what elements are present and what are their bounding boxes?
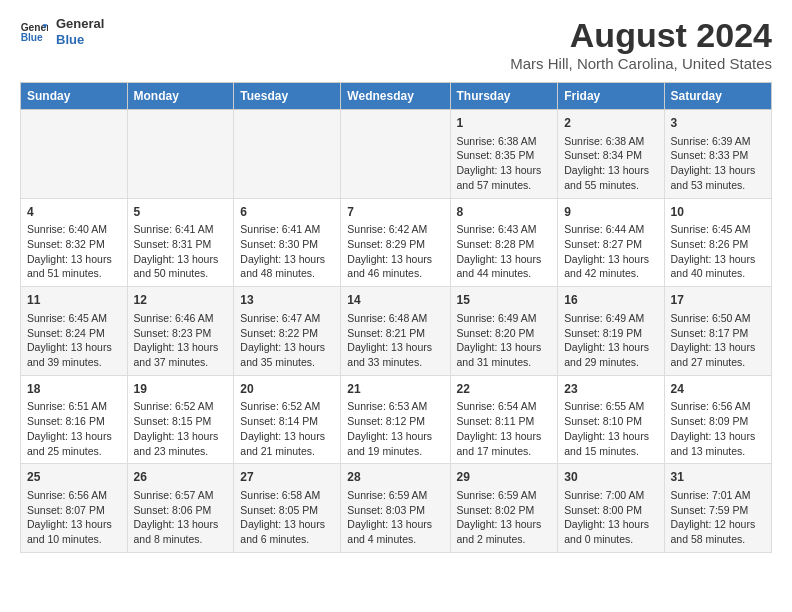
day-number: 12 (134, 292, 228, 309)
day-content: Sunrise: 6:43 AMSunset: 8:28 PMDaylight:… (457, 222, 552, 281)
day-number: 30 (564, 469, 657, 486)
day-content: Sunrise: 6:40 AMSunset: 8:32 PMDaylight:… (27, 222, 121, 281)
calendar-cell: 19Sunrise: 6:52 AMSunset: 8:15 PMDayligh… (127, 375, 234, 464)
calendar-cell: 6Sunrise: 6:41 AMSunset: 8:30 PMDaylight… (234, 198, 341, 287)
calendar-body: 1Sunrise: 6:38 AMSunset: 8:35 PMDaylight… (21, 110, 772, 553)
day-number: 28 (347, 469, 443, 486)
weekday-header-thursday: Thursday (450, 83, 558, 110)
calendar-cell: 11Sunrise: 6:45 AMSunset: 8:24 PMDayligh… (21, 287, 128, 376)
day-content: Sunrise: 6:46 AMSunset: 8:23 PMDaylight:… (134, 311, 228, 370)
day-content: Sunrise: 6:45 AMSunset: 8:26 PMDaylight:… (671, 222, 765, 281)
day-number: 24 (671, 381, 765, 398)
calendar-cell (341, 110, 450, 199)
weekday-header-saturday: Saturday (664, 83, 771, 110)
day-number: 19 (134, 381, 228, 398)
calendar-week-1: 1Sunrise: 6:38 AMSunset: 8:35 PMDaylight… (21, 110, 772, 199)
day-number: 10 (671, 204, 765, 221)
calendar-cell: 5Sunrise: 6:41 AMSunset: 8:31 PMDaylight… (127, 198, 234, 287)
calendar-cell: 16Sunrise: 6:49 AMSunset: 8:19 PMDayligh… (558, 287, 664, 376)
calendar-cell: 17Sunrise: 6:50 AMSunset: 8:17 PMDayligh… (664, 287, 771, 376)
day-content: Sunrise: 6:42 AMSunset: 8:29 PMDaylight:… (347, 222, 443, 281)
day-content: Sunrise: 6:39 AMSunset: 8:33 PMDaylight:… (671, 134, 765, 193)
calendar-cell: 9Sunrise: 6:44 AMSunset: 8:27 PMDaylight… (558, 198, 664, 287)
day-number: 13 (240, 292, 334, 309)
calendar-cell: 31Sunrise: 7:01 AMSunset: 7:59 PMDayligh… (664, 464, 771, 553)
calendar-cell: 3Sunrise: 6:39 AMSunset: 8:33 PMDaylight… (664, 110, 771, 199)
day-content: Sunrise: 6:57 AMSunset: 8:06 PMDaylight:… (134, 488, 228, 547)
calendar-cell: 30Sunrise: 7:00 AMSunset: 8:00 PMDayligh… (558, 464, 664, 553)
day-number: 21 (347, 381, 443, 398)
day-content: Sunrise: 6:38 AMSunset: 8:34 PMDaylight:… (564, 134, 657, 193)
calendar-header: SundayMondayTuesdayWednesdayThursdayFrid… (21, 83, 772, 110)
calendar-cell: 10Sunrise: 6:45 AMSunset: 8:26 PMDayligh… (664, 198, 771, 287)
day-content: Sunrise: 6:59 AMSunset: 8:02 PMDaylight:… (457, 488, 552, 547)
calendar-cell: 20Sunrise: 6:52 AMSunset: 8:14 PMDayligh… (234, 375, 341, 464)
calendar-cell: 12Sunrise: 6:46 AMSunset: 8:23 PMDayligh… (127, 287, 234, 376)
calendar-table: SundayMondayTuesdayWednesdayThursdayFrid… (20, 82, 772, 553)
calendar-cell: 24Sunrise: 6:56 AMSunset: 8:09 PMDayligh… (664, 375, 771, 464)
calendar-week-5: 25Sunrise: 6:56 AMSunset: 8:07 PMDayligh… (21, 464, 772, 553)
calendar-cell: 27Sunrise: 6:58 AMSunset: 8:05 PMDayligh… (234, 464, 341, 553)
calendar-cell: 23Sunrise: 6:55 AMSunset: 8:10 PMDayligh… (558, 375, 664, 464)
day-content: Sunrise: 6:58 AMSunset: 8:05 PMDaylight:… (240, 488, 334, 547)
calendar-cell: 26Sunrise: 6:57 AMSunset: 8:06 PMDayligh… (127, 464, 234, 553)
day-content: Sunrise: 6:38 AMSunset: 8:35 PMDaylight:… (457, 134, 552, 193)
calendar-cell: 7Sunrise: 6:42 AMSunset: 8:29 PMDaylight… (341, 198, 450, 287)
calendar-cell (234, 110, 341, 199)
logo: General Blue General Blue (20, 16, 104, 47)
day-content: Sunrise: 6:45 AMSunset: 8:24 PMDaylight:… (27, 311, 121, 370)
calendar-cell (127, 110, 234, 199)
day-content: Sunrise: 7:00 AMSunset: 8:00 PMDaylight:… (564, 488, 657, 547)
day-number: 25 (27, 469, 121, 486)
day-content: Sunrise: 6:54 AMSunset: 8:11 PMDaylight:… (457, 399, 552, 458)
day-number: 26 (134, 469, 228, 486)
day-content: Sunrise: 6:59 AMSunset: 8:03 PMDaylight:… (347, 488, 443, 547)
weekday-row: SundayMondayTuesdayWednesdayThursdayFrid… (21, 83, 772, 110)
calendar-cell: 25Sunrise: 6:56 AMSunset: 8:07 PMDayligh… (21, 464, 128, 553)
calendar-cell: 8Sunrise: 6:43 AMSunset: 8:28 PMDaylight… (450, 198, 558, 287)
day-number: 4 (27, 204, 121, 221)
weekday-header-tuesday: Tuesday (234, 83, 341, 110)
calendar-cell: 28Sunrise: 6:59 AMSunset: 8:03 PMDayligh… (341, 464, 450, 553)
weekday-header-friday: Friday (558, 83, 664, 110)
calendar-week-4: 18Sunrise: 6:51 AMSunset: 8:16 PMDayligh… (21, 375, 772, 464)
calendar-cell: 1Sunrise: 6:38 AMSunset: 8:35 PMDaylight… (450, 110, 558, 199)
day-content: Sunrise: 6:56 AMSunset: 8:07 PMDaylight:… (27, 488, 121, 547)
svg-text:Blue: Blue (21, 32, 43, 43)
day-number: 1 (457, 115, 552, 132)
day-content: Sunrise: 6:47 AMSunset: 8:22 PMDaylight:… (240, 311, 334, 370)
day-content: Sunrise: 7:01 AMSunset: 7:59 PMDaylight:… (671, 488, 765, 547)
day-number: 18 (27, 381, 121, 398)
calendar-cell: 2Sunrise: 6:38 AMSunset: 8:34 PMDaylight… (558, 110, 664, 199)
day-number: 2 (564, 115, 657, 132)
day-content: Sunrise: 6:55 AMSunset: 8:10 PMDaylight:… (564, 399, 657, 458)
day-number: 11 (27, 292, 121, 309)
day-number: 31 (671, 469, 765, 486)
day-number: 29 (457, 469, 552, 486)
page-title: August 2024 (510, 16, 772, 55)
day-content: Sunrise: 6:49 AMSunset: 8:19 PMDaylight:… (564, 311, 657, 370)
day-content: Sunrise: 6:52 AMSunset: 8:14 PMDaylight:… (240, 399, 334, 458)
logo-icon: General Blue (20, 21, 48, 43)
day-number: 23 (564, 381, 657, 398)
day-number: 20 (240, 381, 334, 398)
day-number: 14 (347, 292, 443, 309)
calendar-cell: 13Sunrise: 6:47 AMSunset: 8:22 PMDayligh… (234, 287, 341, 376)
day-number: 5 (134, 204, 228, 221)
day-content: Sunrise: 6:56 AMSunset: 8:09 PMDaylight:… (671, 399, 765, 458)
logo-blue: Blue (56, 32, 104, 48)
weekday-header-sunday: Sunday (21, 83, 128, 110)
day-number: 7 (347, 204, 443, 221)
day-content: Sunrise: 6:51 AMSunset: 8:16 PMDaylight:… (27, 399, 121, 458)
day-number: 9 (564, 204, 657, 221)
calendar-cell: 22Sunrise: 6:54 AMSunset: 8:11 PMDayligh… (450, 375, 558, 464)
weekday-header-monday: Monday (127, 83, 234, 110)
day-number: 17 (671, 292, 765, 309)
calendar-cell: 29Sunrise: 6:59 AMSunset: 8:02 PMDayligh… (450, 464, 558, 553)
day-number: 27 (240, 469, 334, 486)
day-content: Sunrise: 6:50 AMSunset: 8:17 PMDaylight:… (671, 311, 765, 370)
calendar-week-2: 4Sunrise: 6:40 AMSunset: 8:32 PMDaylight… (21, 198, 772, 287)
day-content: Sunrise: 6:53 AMSunset: 8:12 PMDaylight:… (347, 399, 443, 458)
day-number: 3 (671, 115, 765, 132)
day-number: 8 (457, 204, 552, 221)
